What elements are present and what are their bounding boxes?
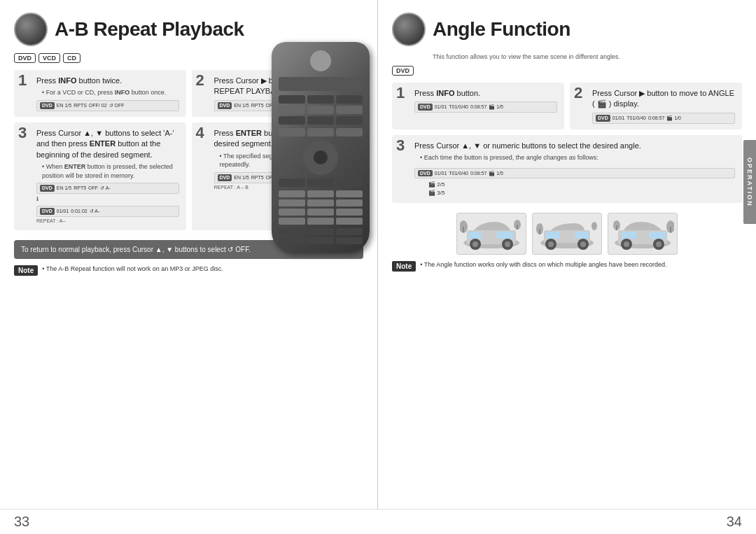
right-step-1-number: 1 xyxy=(396,85,405,101)
svg-point-15 xyxy=(548,241,554,247)
operation-label: OPERATION xyxy=(746,157,753,207)
angle-img-2 xyxy=(532,213,602,255)
svg-rect-21 xyxy=(539,229,540,234)
remote-btn-6 xyxy=(336,106,363,114)
step-4-number: 4 xyxy=(196,125,204,141)
remote-pb-1 xyxy=(279,128,305,136)
remote-btn-2 xyxy=(307,95,334,104)
remote-num-4 xyxy=(279,199,305,206)
svg-rect-29 xyxy=(621,232,636,239)
right-step-2-status: DVD 01/01 T01/0/40 0:08:57 🎬 1/0 xyxy=(592,113,735,124)
svg-point-3 xyxy=(472,241,478,247)
svg-rect-18 xyxy=(545,232,559,239)
car-svg-2 xyxy=(536,216,598,251)
right-step-1-status: DVD 01/01 T01/0/40 0:08:57 🎬 1/5 xyxy=(414,101,557,113)
svg-rect-30 xyxy=(649,232,666,239)
remote-num-8 xyxy=(307,209,334,216)
step-2-number: 2 xyxy=(196,73,204,88)
right-note-text: • The Angle function works only with dis… xyxy=(420,260,666,269)
remote-mid-3 xyxy=(336,178,363,187)
angle-img-3 xyxy=(608,213,678,255)
right-note-label: Note xyxy=(392,261,416,272)
remote-btn-4 xyxy=(279,106,305,114)
car-svg-3 xyxy=(611,216,674,251)
remote-pb-3 xyxy=(336,128,363,136)
remote-num-7 xyxy=(279,209,305,216)
page-num-right: 34 xyxy=(727,514,742,530)
step-3-number: 3 xyxy=(18,125,27,141)
right-step-3-number: 3 xyxy=(396,138,405,153)
badge-dvd-right: DVD xyxy=(392,66,414,76)
svg-rect-32 xyxy=(670,227,671,232)
remote-bot-1 xyxy=(279,228,305,235)
remote-num-6 xyxy=(336,199,363,206)
svg-point-28 xyxy=(656,241,662,247)
remote-num-extra2 xyxy=(336,218,363,225)
right-note-area: Note • The Angle function works only wit… xyxy=(392,260,742,272)
badge-dvd: DVD xyxy=(14,53,36,63)
angle-img-1 xyxy=(456,213,526,255)
remote-bot-2 xyxy=(307,228,334,235)
step-1-note: • For a VCD or CD, press INFO button onc… xyxy=(36,88,179,97)
right-title: Angle Function xyxy=(433,18,570,41)
right-step-3-box: 3 Press Cursor ▲, ▼ or numeric buttons t… xyxy=(392,135,742,204)
svg-point-26 xyxy=(624,241,629,247)
remote-num-2 xyxy=(307,190,334,197)
right-step-3-content: Press Cursor ▲, ▼ or numeric buttons to … xyxy=(414,141,735,198)
step-3-status-a: DVD EN 1/5 RPT5 OFF ↺ A- xyxy=(36,183,179,194)
angle-change-list: 🎬 2/5 🎬 3/5 xyxy=(414,181,735,197)
remote-bot-3 xyxy=(336,228,363,235)
remote-btn-9 xyxy=(336,116,363,125)
remote-dpad xyxy=(303,140,338,175)
remote-dpad-center xyxy=(314,150,328,164)
remote-btn-5 xyxy=(307,106,334,114)
remote-control xyxy=(266,42,374,253)
remote-body xyxy=(272,42,370,253)
remote-pb-2 xyxy=(307,128,334,136)
right-step-3-note: • Each time the button is pressed, the a… xyxy=(414,153,735,162)
remote-top-buttons xyxy=(279,95,363,125)
remote-bottom-buttons xyxy=(279,228,363,244)
remote-num-extra1 xyxy=(307,218,334,225)
svg-rect-9 xyxy=(463,227,464,232)
remote-bot-5 xyxy=(307,237,334,244)
step-1-content: Press INFO button twice. • For a VCD or … xyxy=(36,76,179,111)
remote-bot-6 xyxy=(336,237,363,244)
remote-btn-7 xyxy=(279,116,305,125)
remote-btn-8 xyxy=(307,116,334,125)
remote-num-1 xyxy=(279,190,305,197)
operation-sidebar: OPERATION xyxy=(743,140,756,224)
step-3-box: 3 Press Cursor ▲, ▼ buttons to select 'A… xyxy=(14,122,186,230)
remote-num-5 xyxy=(307,199,334,206)
right-step-1-box: 1 Press INFO button. DVD 01/01 T01/0/40 … xyxy=(392,83,564,129)
svg-point-17 xyxy=(580,241,586,247)
remote-top xyxy=(310,50,331,71)
remote-mid-1 xyxy=(279,178,305,187)
right-step-2-number: 2 xyxy=(574,85,582,101)
svg-rect-6 xyxy=(468,232,481,239)
remote-bot-4 xyxy=(279,237,305,244)
left-note-text: • The A-B Repeat function will not work … xyxy=(42,265,223,274)
left-note-area: Note • The A-B Repeat function will not … xyxy=(14,265,363,276)
return-text: To return to normal playback, press Curs… xyxy=(21,246,251,253)
svg-rect-34 xyxy=(616,225,617,230)
right-title-icon xyxy=(392,13,426,46)
right-step-2-content: Press Cursor ▶ button to move to ANGLE (… xyxy=(592,88,735,124)
remote-screen xyxy=(279,77,363,91)
car-svg-1 xyxy=(460,216,523,251)
svg-rect-7 xyxy=(496,232,513,239)
left-title: A-B Repeat Playback xyxy=(55,18,244,41)
angle-status-1: DVD 01/01 T01/0/40 0:08:57 🎬 1/5 xyxy=(414,168,735,179)
right-format-badges: DVD xyxy=(392,66,742,76)
step-1-bold: INFO xyxy=(58,76,76,85)
step-3-content: Press Cursor ▲, ▼ buttons to select 'A-'… xyxy=(36,128,179,225)
right-steps-row-1-2: 1 Press INFO button. DVD 01/01 T01/0/40 … xyxy=(392,83,742,129)
bottom-bar: 33 34 xyxy=(0,509,756,534)
remote-num-0 xyxy=(279,218,305,225)
remote-btn-1 xyxy=(279,95,305,104)
remote-dpad-area xyxy=(279,140,363,175)
badge-vcd: VCD xyxy=(38,53,60,63)
step-3-note: • When ENTER button is pressed, the sele… xyxy=(36,162,179,180)
angle-status-display: DVD 01/01 T01/0/40 0:08:57 🎬 1/5 🎬 2/5 🎬… xyxy=(414,165,735,198)
left-title-area: A-B Repeat Playback xyxy=(14,13,363,46)
